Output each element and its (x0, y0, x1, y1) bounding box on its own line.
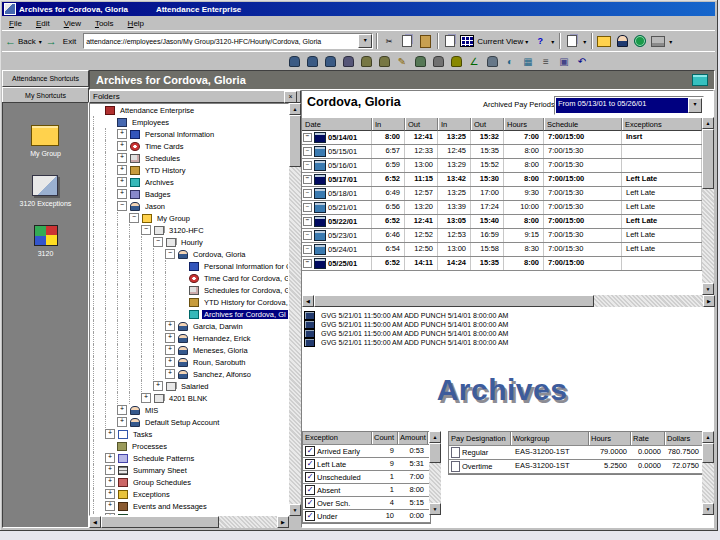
expand-icon[interactable]: + (105, 465, 115, 475)
new-page-icon[interactable] (564, 33, 580, 49)
pay-scroll-thumb[interactable] (702, 443, 714, 463)
pay-column-rate[interactable]: Rate (631, 432, 665, 445)
back-dropdown-icon[interactable]: ▾ (39, 38, 42, 45)
expand-icon[interactable]: + (153, 381, 163, 391)
expand-icon[interactable]: + (165, 345, 175, 355)
row-collapse-icon[interactable]: − (303, 147, 312, 156)
shortcut-my-group[interactable]: My Group (30, 125, 61, 157)
pay-column-pay-designation[interactable]: Pay Designation (449, 432, 511, 445)
collapse-icon[interactable]: − (165, 249, 175, 259)
user-icon[interactable] (614, 33, 630, 49)
edit-punch-icon[interactable]: ✎ (394, 54, 410, 69)
close-icon[interactable]: × (284, 91, 297, 103)
pay-vertical-scrollbar[interactable]: ▲ ▼ (702, 431, 714, 515)
row-collapse-icon[interactable]: − (303, 203, 312, 212)
tree-item-label[interactable]: 4201 BLNK (167, 394, 209, 403)
timecard-column-out[interactable]: Out (405, 118, 438, 131)
tree-item-label[interactable]: YTD History (143, 166, 187, 175)
approve-icon[interactable]: ∠ (466, 54, 482, 69)
checkbox-checked-icon[interactable]: ✓ (305, 472, 315, 482)
lock-icon[interactable] (448, 54, 464, 69)
forward-arrow-icon[interactable]: → (46, 36, 57, 47)
exception-row[interactable]: ✓Over Sch.45:15 (303, 497, 430, 510)
tree-item-label[interactable]: Hernandez, Erick (191, 334, 253, 343)
copy-icon[interactable] (399, 33, 415, 49)
tree-item-label[interactable]: Salaried (179, 382, 211, 391)
exceptions-scroll-thumb[interactable] (429, 443, 441, 463)
timecard-column-in[interactable]: In (438, 118, 471, 131)
tree-item-label[interactable]: Archives (143, 178, 176, 187)
help-dropdown-icon[interactable]: ▾ (551, 38, 554, 45)
exceptions-vertical-scrollbar[interactable]: ▲ ▼ (429, 431, 441, 515)
tree-item-label[interactable]: Personal Information (143, 130, 216, 139)
checkbox-checked-icon[interactable]: ✓ (305, 511, 315, 521)
timecard-row[interactable]: −05/24/016:5412:5013:0015:588:307:00/15:… (302, 243, 702, 257)
timecard-row[interactable]: −05/14/018:0012:4113:2515:327:007:00/15:… (302, 131, 702, 145)
pay-row[interactable]: OvertimeEAS-31200-1ST5.25000.000072.0750 (449, 460, 703, 474)
tree-vertical-scrollbar[interactable]: ▲ ▼ (289, 103, 301, 516)
timecard-row[interactable]: −05/17/016:5211:1513:4215:308:007:00/15:… (302, 173, 702, 187)
checkbox-checked-icon[interactable]: ✓ (305, 498, 315, 508)
expand-icon[interactable]: + (165, 357, 175, 367)
collapse-icon[interactable]: − (141, 225, 151, 235)
tree-item-label[interactable]: Hourly (179, 238, 205, 247)
expand-icon[interactable]: + (165, 369, 175, 379)
collapse-icon[interactable]: − (117, 201, 127, 211)
menu-view[interactable]: View (57, 19, 88, 28)
schedule-group-icon[interactable] (376, 54, 392, 69)
scroll-down-icon[interactable]: ▼ (289, 504, 301, 516)
properties-icon[interactable] (442, 33, 458, 49)
row-collapse-icon[interactable]: − (303, 259, 312, 268)
timecard-horizontal-scrollbar[interactable]: ◀ ▶ (302, 295, 715, 307)
add-employee-icon[interactable] (286, 54, 302, 69)
timecard-scroll-thumb[interactable] (702, 129, 714, 189)
expand-icon[interactable]: + (117, 189, 127, 199)
scroll-up-icon[interactable]: ▲ (702, 117, 714, 129)
tree-item-label[interactable]: Schedule Patterns (131, 454, 196, 463)
expand-icon[interactable]: + (105, 477, 115, 487)
assign-employee-icon[interactable] (340, 54, 356, 69)
expand-icon[interactable]: + (105, 453, 115, 463)
tree-item-label[interactable]: Attendance Enterprise (118, 106, 196, 115)
scroll-down-icon[interactable]: ▼ (702, 503, 714, 515)
scroll-right-icon[interactable]: ▶ (703, 295, 715, 307)
tree-item-label[interactable]: Exceptions (131, 490, 172, 499)
report-chart-icon[interactable]: ▦ (520, 54, 536, 69)
exceptions-column-count[interactable]: Count (372, 432, 398, 444)
checkbox-checked-icon[interactable]: ✓ (305, 446, 315, 456)
exception-row[interactable]: ✓Absent18:00 (303, 484, 430, 497)
pay-period-dropdown-icon[interactable]: ▾ (688, 98, 702, 113)
timecard-vertical-scrollbar[interactable]: ▲ ▼ (702, 117, 714, 295)
scroll-left-icon[interactable]: ◀ (89, 516, 101, 528)
tree-item-label[interactable]: Roun, Sarobuth (191, 358, 248, 367)
row-collapse-icon[interactable]: − (303, 245, 312, 254)
row-collapse-icon[interactable]: − (303, 175, 312, 184)
row-collapse-icon[interactable]: − (303, 189, 312, 198)
expand-icon[interactable]: + (105, 489, 115, 499)
expand-icon[interactable]: + (117, 129, 127, 139)
expand-icon[interactable]: + (141, 393, 151, 403)
menu-tools[interactable]: Tools (88, 19, 121, 28)
move-punch-icon[interactable] (412, 54, 428, 69)
expand-icon[interactable]: + (117, 417, 127, 427)
footsteps-icon[interactable] (430, 54, 446, 69)
exceptions-column-exception[interactable]: Exception (303, 432, 372, 444)
tree-item-label[interactable]: MIS (143, 406, 160, 415)
row-collapse-icon[interactable]: − (303, 133, 312, 142)
cut-icon[interactable]: ✂ (381, 33, 397, 49)
scroll-up-icon[interactable]: ▲ (289, 103, 301, 115)
row-collapse-icon[interactable]: − (303, 217, 312, 226)
timecard-row[interactable]: −05/22/016:5212:4113:0515:408:007:00/15:… (302, 215, 702, 229)
event-log-row[interactable]: GVG 5/21/01 11:50:00 AM ADD PUNCH 5/14/0… (304, 320, 689, 329)
event-log-row[interactable]: GVG 5/21/01 11:50:00 AM ADD PUNCH 5/14/0… (304, 329, 689, 338)
tree-item-label[interactable]: Group Schedules (131, 478, 193, 487)
tree-item-label[interactable]: Tasks (131, 430, 154, 439)
tree-item-label[interactable]: Schedules for Cordova, G (202, 286, 289, 295)
timecard-row[interactable]: −05/25/016:5214:1114:2415:358:007:00/15:… (302, 257, 702, 271)
paste-icon[interactable] (417, 33, 433, 49)
timecard-column-in[interactable]: In (372, 118, 405, 131)
tree-item-label[interactable]: Badges (143, 190, 172, 199)
pay-column-workgroup[interactable]: Workgroup (511, 432, 589, 445)
current-view-button[interactable]: Current View ▾ (460, 33, 530, 49)
schedule-employee-icon[interactable] (358, 54, 374, 69)
